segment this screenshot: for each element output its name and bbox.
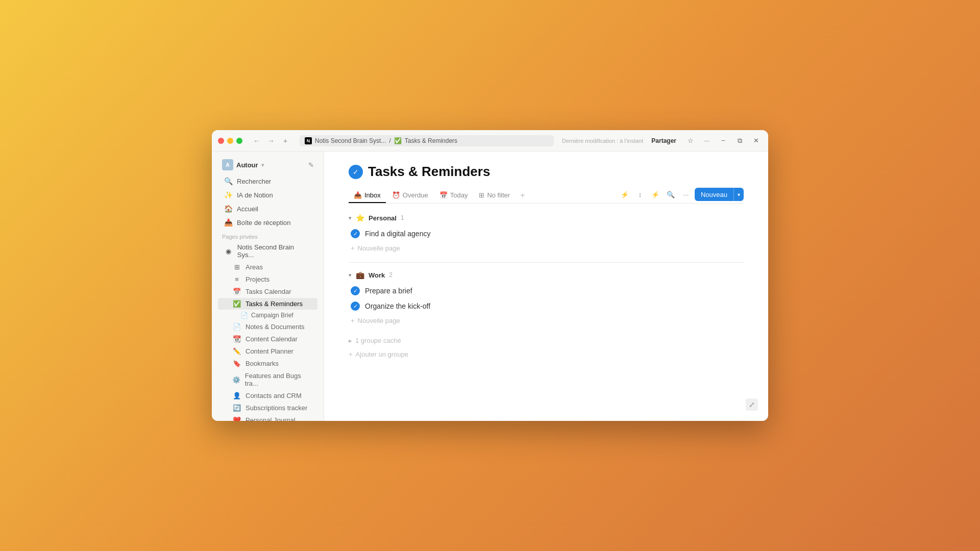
close-button[interactable] [218, 138, 224, 144]
more-button[interactable]: ··· [701, 135, 713, 147]
back-button[interactable]: ← [251, 135, 263, 147]
sidebar-item-subscriptions[interactable]: 🔄 Subscriptions tracker [218, 402, 317, 414]
sidebar-item-features-bugs[interactable]: ⚙️ Features and Bugs tra... [218, 370, 317, 389]
chevron-down-icon[interactable]: ▾ [734, 189, 744, 200]
sidebar-item-notis[interactable]: ◉ Notis Second Brain Sys... [218, 241, 317, 261]
sidebar: A Autour ▾ ✎ 🔍 Rechercher ✨ IA [212, 152, 324, 421]
sidebar-item-ia[interactable]: ✨ IA de Notion [218, 188, 317, 202]
sidebar-item-tasks-calendar[interactable]: 📅 Tasks Calendar [218, 286, 317, 297]
url-bar[interactable]: N Notis Second Brain Syst... / ✅ Tasks &… [300, 135, 554, 146]
filter-button[interactable]: ⚡ [618, 188, 631, 201]
minimize-icon: − [721, 137, 725, 144]
app-window: ← → + N Notis Second Brain Syst... / ✅ T… [212, 130, 768, 421]
close-window-button[interactable]: ✕ [750, 135, 762, 147]
sidebar-page-label: Bookmarks [246, 360, 279, 367]
sidebar-item-campaign-brief[interactable]: 📄 Campaign Brief [218, 310, 317, 320]
user-label: Autour [236, 161, 258, 169]
add-group-button[interactable]: + Ajouter un groupe [349, 348, 744, 360]
page-title-row: ✓ Tasks & Reminders [349, 164, 744, 180]
forward-arrow-icon: → [267, 137, 275, 145]
group-toggle-personal[interactable]: ▾ [349, 215, 352, 221]
plus-icon: + [351, 317, 355, 324]
chevron-right-icon: ▸ [349, 337, 352, 344]
lightning-button[interactable]: ⚡ [649, 188, 662, 201]
tab-label: No filter [487, 191, 510, 199]
no-filter-tab-icon: ⊞ [479, 191, 484, 199]
inbox-icon: 📥 [224, 218, 233, 227]
tab-today[interactable]: 📅 Today [434, 188, 473, 203]
group-work-name: Work [369, 271, 385, 279]
today-tab-icon: 📅 [439, 191, 448, 199]
titlebar: ← → + N Notis Second Brain Syst... / ✅ T… [212, 130, 768, 152]
maximize-button[interactable] [236, 138, 242, 144]
inbox-tab-icon: 📥 [354, 191, 362, 199]
tab-inbox[interactable]: 📥 Inbox [349, 188, 386, 203]
chevron-down-icon: ▾ [261, 162, 264, 168]
sidebar-item-content-calendar[interactable]: 📆 Content Calendar [218, 333, 317, 345]
tab-overdue[interactable]: ⏰ Overdue [387, 188, 433, 203]
planner-icon: ✏️ [232, 347, 241, 355]
task-find-digital-agency[interactable]: ✓ Find a digital agency [349, 226, 744, 241]
sidebar-item-accueil[interactable]: 🏠 Accueil [218, 202, 317, 215]
sidebar-item-notes-docs[interactable]: 📄 Notes & Documents [218, 321, 317, 333]
task-name: Prepare a brief [365, 287, 412, 295]
work-group-icon: 💼 [356, 271, 364, 279]
search-tab-icon: 🔍 [667, 191, 675, 198]
content-header: ✓ Tasks & Reminders 📥 Inbox ⏰ Overdue 📅 [324, 152, 768, 204]
sidebar-page-label: Campaign Brief [251, 312, 293, 319]
nouvelle-page-work[interactable]: + Nouvelle page [349, 315, 744, 327]
sidebar-item-content-planner[interactable]: ✏️ Content Planner [218, 345, 317, 357]
forward-button[interactable]: → [265, 135, 277, 147]
group-personal-name: Personal [369, 214, 397, 222]
add-tab-button[interactable]: + [279, 135, 291, 147]
user-menu[interactable]: A Autour ▾ [218, 157, 268, 173]
resize-handle[interactable]: ⤢ [746, 398, 758, 411]
sidebar-item-label: Boîte de réception [237, 219, 291, 227]
edit-icon: ✎ [308, 161, 314, 169]
restore-window-button[interactable]: ⧉ [733, 135, 746, 147]
task-organize-kickoff[interactable]: ✓ Organize the kick-off [349, 298, 744, 314]
sidebar-item-tasks-reminders[interactable]: ✅ Tasks & Reminders [218, 298, 317, 310]
new-page-button[interactable]: ✎ [304, 158, 317, 171]
sidebar-item-areas[interactable]: ⊞ Areas [218, 261, 317, 273]
sidebar-item-rechercher[interactable]: 🔍 Rechercher [218, 174, 317, 188]
sidebar-item-bookmarks[interactable]: 🔖 Bookmarks [218, 358, 317, 369]
task-prepare-brief[interactable]: ✓ Prepare a brief [349, 283, 744, 298]
nouvelle-page-personal[interactable]: + Nouvelle page [349, 242, 744, 254]
search-button[interactable]: 🔍 [664, 188, 677, 201]
subscriptions-icon: 🔄 [232, 404, 241, 412]
page-icon: ✓ [349, 165, 363, 179]
sidebar-page-label: Areas [246, 263, 263, 271]
tasks-icon: ✅ [232, 300, 241, 308]
sidebar-item-boite[interactable]: 📥 Boîte de réception [218, 216, 317, 229]
sidebar-item-projects[interactable]: ≡ Projects [218, 273, 317, 285]
minimize-button[interactable] [227, 138, 233, 144]
group-toggle-work[interactable]: ▾ [349, 272, 352, 279]
sidebar-item-contacts-crm[interactable]: 👤 Contacts and CRM [218, 390, 317, 402]
page-title: Tasks & Reminders [368, 164, 490, 180]
tab-no-filter[interactable]: ⊞ No filter [474, 188, 515, 203]
tabs-actions: ⚡ ↕ ⚡ 🔍 ··· [618, 188, 744, 203]
add-tab-button[interactable]: + [516, 189, 529, 203]
tab-label: Overdue [403, 191, 428, 199]
nouveau-button[interactable]: Nouveau ▾ [695, 188, 744, 201]
hidden-group[interactable]: ▸ 1 groupe caché [349, 335, 744, 346]
nouveau-label: Nouveau [695, 188, 733, 201]
plus-icon: + [349, 350, 353, 358]
sidebar-item-personal-journal[interactable]: ❤️ Personal Journal [218, 414, 317, 421]
sidebar-page-label: Contacts and CRM [246, 392, 302, 399]
sort-button[interactable]: ↕ [633, 188, 647, 201]
nouvelle-page-label: Nouvelle page [358, 244, 400, 252]
star-button[interactable]: ☆ [684, 135, 697, 147]
more-tabs-button[interactable]: ··· [679, 188, 693, 201]
ai-icon: ✨ [224, 191, 233, 199]
tabs-row: 📥 Inbox ⏰ Overdue 📅 Today ⊞ No filter [349, 188, 744, 204]
journal-icon: ❤️ [232, 416, 241, 421]
content-wrapper: ▾ ⭐ Personal 1 ✓ Find a digital agency +… [324, 204, 768, 421]
features-icon: ⚙️ [232, 376, 241, 384]
share-button[interactable]: Partager [647, 136, 680, 146]
minimize-window-button[interactable]: − [717, 135, 729, 147]
bookmark-icon: 🔖 [232, 360, 241, 367]
plus-icon: + [283, 137, 287, 145]
content-cal-icon: 📆 [232, 335, 241, 343]
